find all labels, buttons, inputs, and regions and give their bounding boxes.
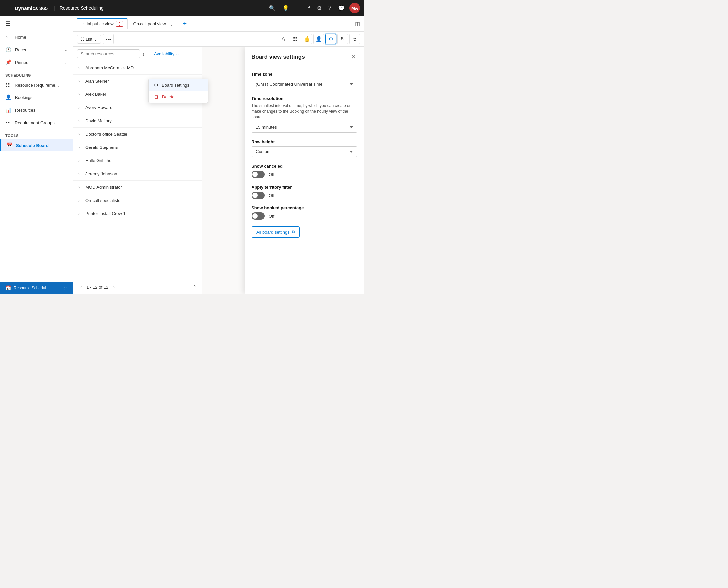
- sidebar-item-pinned[interactable]: 📌 Pinned ⌄: [0, 56, 72, 69]
- row-height-label: Row height: [252, 139, 357, 144]
- list-item[interactable]: › MOD Administrator: [73, 181, 202, 194]
- add-tab-button[interactable]: +: [180, 20, 190, 27]
- sidebar-item-recent[interactable]: 🕐 Recent ⌄: [0, 43, 72, 56]
- list-item[interactable]: › On-call specialists: [73, 194, 202, 207]
- row-expand-icon: ›: [78, 132, 82, 136]
- list-label: List: [86, 37, 92, 42]
- sidebar-item-resources[interactable]: 📊 Resources: [0, 104, 72, 116]
- help-icon[interactable]: ?: [326, 4, 333, 12]
- list-item[interactable]: › Printer Install Crew 1: [73, 207, 202, 220]
- search-input[interactable]: [77, 49, 140, 58]
- app-layout: ☰ ⌂ Home 🕐 Recent ⌄ 📌 Pinned ⌄ Schedulin…: [0, 16, 364, 294]
- resource-name: Doctor's office Seattle: [85, 131, 127, 136]
- tab-active-indicator: [77, 18, 127, 19]
- recent-icon: 🕐: [5, 47, 12, 53]
- footer-label: Resource Schedul...: [14, 286, 61, 290]
- show-canceled-toggle-label: Off: [269, 172, 274, 177]
- brand-label: Dynamics 365: [15, 5, 48, 11]
- more-options-button[interactable]: •••: [103, 34, 114, 44]
- sidebar-item-bookings[interactable]: 👤 Bookings: [0, 91, 72, 104]
- timeline-view-icon[interactable]: ☷: [290, 34, 300, 44]
- list-view-button[interactable]: ☷ List ⌄: [77, 35, 101, 44]
- list-item[interactable]: › David Mallory: [73, 114, 202, 128]
- tab-initial-public-view[interactable]: Initial public view ⋮: [77, 18, 128, 29]
- resource-name: Alan Steiner: [85, 79, 109, 84]
- show-booked-label: Show booked percentage: [252, 206, 357, 210]
- requirements-icon: ☷: [5, 82, 11, 88]
- settings-title: Board view settings: [252, 54, 349, 60]
- timezone-select[interactable]: (GMT) Coordinated Universal Time: [252, 79, 357, 89]
- sidebar-item-requirement-groups[interactable]: ☷ Requirement Groups: [0, 116, 72, 129]
- print-icon[interactable]: ⎙: [278, 34, 288, 44]
- settings-nav-icon[interactable]: ⚙: [315, 4, 324, 13]
- filter-resources-icon[interactable]: 👤: [314, 34, 324, 44]
- sidebar-item-home[interactable]: ⌂ Home: [0, 31, 72, 43]
- availability-label[interactable]: Availability ⌄: [154, 51, 179, 56]
- row-expand-icon: ›: [78, 172, 82, 176]
- tab-oncall-menu-icon[interactable]: ⋮: [168, 21, 175, 27]
- app-grid-icon[interactable]: ⋅⋅⋅: [4, 4, 10, 12]
- avatar[interactable]: MA: [349, 3, 360, 13]
- app-footer[interactable]: 📅 Resource Schedul... ◇: [0, 282, 72, 294]
- row-height-select[interactable]: Custom: [252, 146, 357, 157]
- time-resolution-field: Time resolution The smallest interval of…: [252, 96, 357, 132]
- tab-oncall-pool-view[interactable]: On-call pool view ⋮: [129, 18, 179, 30]
- show-canceled-label: Show canceled: [252, 164, 357, 169]
- add-icon[interactable]: +: [294, 4, 301, 12]
- alert-icon[interactable]: 🔔: [302, 34, 312, 44]
- pinned-icon: 📌: [5, 59, 12, 65]
- pagination-controls: ‹ 1 - 12 of 12 ›: [78, 284, 116, 291]
- time-resolution-select[interactable]: 15 minutes: [252, 122, 357, 132]
- time-resolution-label: Time resolution: [252, 96, 357, 101]
- sidebar-recent-label: Recent: [15, 47, 28, 52]
- board-settings-icon[interactable]: ⚙: [325, 34, 336, 44]
- show-booked-toggle[interactable]: [252, 212, 265, 220]
- list-item[interactable]: › Avery Howard: [73, 101, 202, 114]
- hamburger-icon[interactable]: ☰: [0, 16, 72, 31]
- next-page-button[interactable]: ›: [111, 284, 116, 291]
- sidebar-item-resource-requirements[interactable]: ☷ Resource Requireme...: [0, 79, 72, 91]
- show-booked-toggle-row: Off: [252, 212, 357, 220]
- context-menu-delete[interactable]: 🗑 Delete: [149, 91, 208, 103]
- list-item[interactable]: › Abraham McCormick MD: [73, 61, 202, 75]
- settings-body: Time zone (GMT) Coordinated Universal Ti…: [245, 66, 364, 243]
- apply-territory-toggle[interactable]: [252, 192, 265, 199]
- list-item[interactable]: › Doctor's office Seattle: [73, 128, 202, 141]
- board-settings-menu-icon: ⚙: [154, 82, 158, 87]
- sidebar-home-label: Home: [15, 35, 26, 40]
- top-nav: ⋅⋅⋅ Dynamics 365 | Resource Scheduling 🔍…: [0, 0, 364, 16]
- board-view-settings-panel: Board view settings ✕ Time zone (GMT) Co…: [244, 47, 364, 294]
- footer-chevron: ◇: [64, 286, 67, 291]
- filter-icon[interactable]: ⍻: [303, 4, 313, 12]
- list-item[interactable]: › Gerald Stephens: [73, 141, 202, 154]
- show-booked-toggle-label: Off: [269, 214, 274, 219]
- prev-page-button[interactable]: ‹: [78, 284, 84, 291]
- row-expand-icon: ›: [78, 66, 82, 70]
- collapse-icon[interactable]: ⌃: [192, 284, 196, 290]
- sort-icon[interactable]: ↕: [143, 51, 145, 57]
- all-board-settings-link[interactable]: All board settings ⧉: [252, 226, 300, 238]
- refresh-icon[interactable]: ↻: [337, 34, 348, 44]
- search-icon[interactable]: 🔍: [267, 4, 278, 13]
- list-item[interactable]: › Jeremy Johnson: [73, 167, 202, 181]
- context-menu-board-settings[interactable]: ⚙ Board settings: [149, 79, 208, 91]
- context-menu: ⚙ Board settings 🗑 Delete: [148, 79, 208, 103]
- sidebar-item-schedule-board[interactable]: 📅 Schedule Board: [0, 139, 72, 151]
- tab-initial-menu-icon[interactable]: ⋮: [116, 21, 123, 26]
- recent-chevron: ⌄: [64, 48, 67, 52]
- resource-name: Abraham McCormick MD: [85, 65, 133, 70]
- toolbar: ☷ List ⌄ ••• ⎙ ☷ 🔔 👤 ⚙ ↻ ➲: [73, 32, 364, 47]
- settings-close-button[interactable]: ✕: [349, 52, 357, 62]
- show-canceled-toggle[interactable]: [252, 171, 265, 178]
- list-item[interactable]: › Halle Griffiths: [73, 154, 202, 167]
- apply-territory-toggle-row: Off: [252, 192, 357, 199]
- show-canceled-field: Show canceled Off: [252, 164, 357, 178]
- scheduling-section-label: Scheduling: [0, 69, 72, 79]
- tab-bar-right-icon[interactable]: ◫: [355, 21, 360, 27]
- lightbulb-icon[interactable]: 💡: [280, 4, 291, 13]
- chat-icon[interactable]: 💬: [336, 4, 347, 13]
- delete-menu-icon: 🗑: [154, 94, 159, 100]
- expand-icon[interactable]: ➲: [349, 34, 360, 44]
- resource-name: Jeremy Johnson: [85, 171, 117, 176]
- pinned-chevron: ⌄: [64, 60, 67, 65]
